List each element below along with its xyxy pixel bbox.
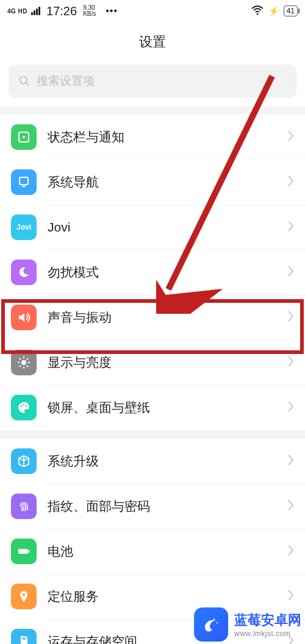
row-label: 指纹、面部与密码 (48, 498, 277, 515)
palette-icon (11, 395, 37, 420)
brightness-icon (11, 350, 37, 375)
row-label: 声音与振动 (48, 309, 277, 326)
row-label: 显示与亮度 (48, 354, 277, 371)
search-icon (18, 75, 30, 87)
settings-group-1: 状态栏与通知 系统导航 Jovi Jovi 勿扰模式 声音与振动 显示与亮度 (0, 115, 305, 430)
svg-rect-5 (20, 177, 28, 185)
svg-rect-20 (29, 550, 30, 553)
chevron-right-icon (288, 175, 294, 189)
network-speed: 9.30 KB/s (83, 5, 96, 17)
speaker-icon (11, 305, 37, 330)
row-lockscreen-wallpaper[interactable]: 锁屏、桌面与壁纸 (0, 385, 305, 430)
sdcard-icon (11, 629, 37, 644)
row-label: 锁屏、桌面与壁纸 (48, 399, 277, 416)
battery-indicator: 41 (284, 5, 298, 16)
svg-line-15 (27, 358, 28, 359)
clock: 17:26 (46, 4, 77, 18)
watermark: 蓝莓安卓网 www.lmkjst.com (190, 605, 305, 644)
chevron-right-icon (288, 401, 294, 414)
row-label: 状态栏与通知 (48, 129, 277, 146)
watermark-title: 蓝莓安卓网 (234, 611, 301, 629)
svg-point-27 (217, 622, 218, 624)
chevron-right-icon (288, 311, 294, 324)
status-bar: 4G HD 17:26 9.30 KB/s ••• ⚡ 41 (0, 0, 305, 22)
svg-rect-22 (23, 637, 24, 640)
svg-line-12 (20, 358, 21, 359)
search-placeholder: 搜索设置项 (37, 73, 95, 89)
row-status-bar[interactable]: 状态栏与通知 (0, 115, 305, 160)
row-display-brightness[interactable]: 显示与亮度 (0, 340, 305, 385)
battery-icon (11, 539, 37, 564)
row-sound[interactable]: 声音与振动 (0, 295, 305, 340)
row-battery[interactable]: 电池 (0, 529, 305, 574)
chevron-right-icon (288, 356, 294, 369)
svg-rect-23 (24, 637, 26, 640)
svg-line-14 (20, 366, 21, 367)
navigation-icon (11, 169, 37, 195)
chevron-right-icon (288, 130, 294, 144)
fingerprint-icon (11, 494, 37, 519)
cube-icon (11, 448, 37, 474)
moon-icon (11, 260, 37, 285)
svg-line-2 (26, 83, 29, 86)
chevron-right-icon (288, 221, 294, 234)
svg-rect-6 (22, 186, 26, 187)
chevron-right-icon (288, 455, 294, 468)
row-dnd[interactable]: 勿扰模式 (0, 250, 305, 295)
jovi-icon: Jovi (11, 214, 37, 240)
signal-icon (31, 7, 40, 15)
svg-point-26 (213, 618, 215, 621)
row-label: 系统导航 (48, 174, 277, 191)
page-title: 设置 (0, 22, 305, 65)
row-label: Jovi (48, 220, 277, 235)
row-jovi[interactable]: Jovi Jovi (0, 205, 305, 250)
watermark-url: www.lmkjst.com (234, 629, 301, 638)
svg-point-17 (23, 404, 25, 406)
status-bar-icon (11, 124, 37, 150)
charging-icon: ⚡ (268, 6, 279, 16)
svg-point-4 (23, 136, 25, 138)
row-label: 电池 (48, 543, 277, 560)
chevron-right-icon (288, 545, 294, 558)
more-icon: ••• (106, 5, 118, 16)
chevron-right-icon (288, 266, 294, 279)
row-biometrics-password[interactable]: 指纹、面部与密码 (0, 484, 305, 529)
row-label: 勿扰模式 (48, 264, 277, 281)
svg-point-16 (21, 406, 23, 408)
search-input[interactable]: 搜索设置项 (9, 65, 296, 97)
svg-point-18 (26, 406, 27, 408)
location-icon (11, 584, 37, 609)
row-system-update[interactable]: 系统升级 (0, 439, 305, 484)
row-label: 定位服务 (48, 588, 277, 605)
network-type: 4G HD (7, 9, 27, 14)
row-label: 系统升级 (48, 453, 277, 470)
svg-point-21 (23, 593, 25, 596)
svg-line-13 (27, 366, 28, 367)
svg-point-1 (20, 77, 27, 84)
chevron-right-icon (288, 500, 294, 513)
svg-point-7 (21, 360, 26, 365)
svg-rect-19 (18, 549, 28, 554)
row-navigation[interactable]: 系统导航 (0, 160, 305, 205)
watermark-logo-icon (194, 607, 228, 642)
wifi-icon (251, 5, 264, 17)
svg-point-0 (256, 13, 258, 15)
chevron-right-icon (288, 590, 294, 603)
